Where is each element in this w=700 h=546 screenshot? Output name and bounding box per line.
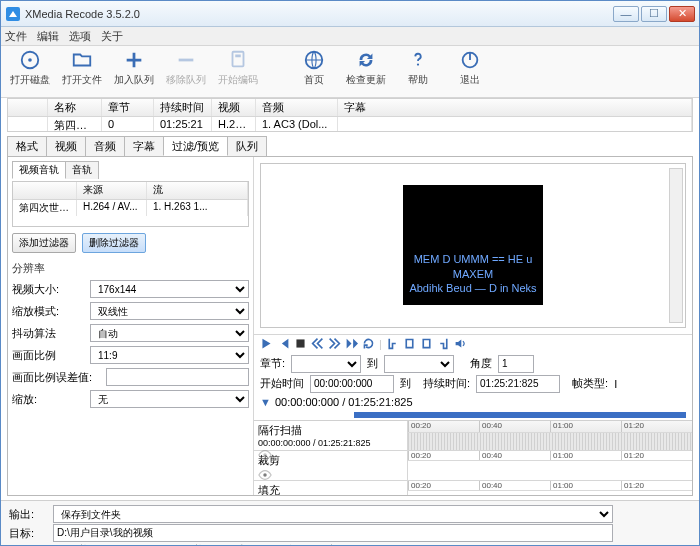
play-icon[interactable] (260, 337, 273, 352)
mini-col-stream[interactable]: 流 (147, 182, 248, 199)
main-tabs: 格式 视频 音频 字幕 过滤/预览 队列 (7, 136, 693, 156)
start-encode-button: 开始编码 (215, 49, 261, 95)
stream-grid[interactable]: 来源 流 第四次世界... H.264 / AV... 1. H.263 1..… (12, 181, 249, 227)
track-crop: 裁剪 00:2000:4001:0001:20 (254, 451, 692, 481)
output-label: 输出: (9, 507, 45, 522)
svg-point-10 (263, 473, 267, 477)
duration-input[interactable] (476, 375, 560, 393)
target-path-input[interactable] (53, 524, 613, 542)
home-button[interactable]: 首页 (291, 49, 337, 95)
start-time-input[interactable] (310, 375, 394, 393)
close-button[interactable]: ✕ (669, 6, 695, 22)
waveform[interactable] (408, 433, 692, 450)
col-chapter[interactable]: 章节 (102, 99, 154, 116)
chapter-to-select[interactable] (384, 355, 454, 373)
table-row[interactable]: 第四次世界... H.264 / AV... 1. H.263 1... (13, 200, 248, 216)
window-title: XMedia Recode 3.5.2.0 (25, 8, 613, 20)
dar-select[interactable]: 11:9 (90, 346, 249, 364)
chapter-label: 章节: (260, 356, 285, 371)
tab-audio[interactable]: 音频 (85, 136, 125, 156)
add-filter-button[interactable]: 添加过滤器 (12, 233, 76, 253)
next-frame-icon[interactable] (328, 337, 341, 352)
video-size-select[interactable]: 176x144 (90, 280, 249, 298)
tab-audio-track[interactable]: 音轨 (65, 161, 99, 179)
target-label: 目标: (9, 526, 45, 541)
resolution-section: 分辨率 (12, 261, 249, 276)
scale-mode-select[interactable]: 双线性 (90, 302, 249, 320)
to-label: 到 (367, 356, 378, 371)
menu-edit[interactable]: 编辑 (37, 29, 59, 44)
dar-error-input[interactable] (106, 368, 249, 386)
menu-about[interactable]: 关于 (101, 29, 123, 44)
range-out-icon[interactable] (420, 337, 433, 352)
remove-queue-button: 移除队列 (163, 49, 209, 95)
svg-point-9 (263, 453, 267, 457)
stop-icon[interactable] (294, 337, 307, 352)
menu-options[interactable]: 选项 (69, 29, 91, 44)
tab-video[interactable]: 视频 (46, 136, 86, 156)
dar-error-label: 画面比例误差值: (12, 370, 102, 385)
svg-rect-3 (233, 51, 244, 66)
col-subtitle[interactable]: 字幕 (338, 99, 692, 116)
svg-point-2 (28, 58, 32, 62)
loop-icon[interactable] (362, 337, 375, 352)
svg-point-6 (417, 63, 419, 65)
tab-video-track[interactable]: 视频音轨 (12, 161, 66, 179)
angle-input[interactable] (498, 355, 534, 373)
tab-format[interactable]: 格式 (7, 136, 47, 156)
step-back-icon[interactable] (277, 337, 290, 352)
mute-icon[interactable] (454, 337, 467, 352)
start-time-label: 开始时间 (260, 376, 304, 391)
add-queue-button[interactable]: 加入队列 (111, 49, 157, 95)
tab-queue[interactable]: 队列 (227, 136, 267, 156)
prev-frame-icon[interactable] (311, 337, 324, 352)
svg-rect-8 (296, 339, 304, 347)
svg-rect-4 (235, 54, 241, 57)
open-file-button[interactable]: 打开文件 (59, 49, 105, 95)
step-play-icon[interactable] (345, 337, 358, 352)
app-icon (5, 6, 21, 22)
video-size-label: 视频大小: (12, 282, 86, 297)
mark-in-icon[interactable] (386, 337, 399, 352)
preview-scrollbar[interactable] (669, 168, 683, 323)
to-label2: 到 (400, 376, 411, 391)
mini-col-source[interactable]: 来源 (77, 182, 147, 199)
maximize-button[interactable]: ☐ (641, 6, 667, 22)
dur-label: 持续时间: (423, 376, 470, 391)
col-duration[interactable]: 持续时间 (154, 99, 212, 116)
track-pad: 填充 00:2000:4001:0001:20 (254, 481, 692, 495)
zoom-select[interactable]: 无 (90, 390, 249, 408)
menu-file[interactable]: 文件 (5, 29, 27, 44)
range-in-icon[interactable] (403, 337, 416, 352)
expand-icon[interactable]: ▼ (260, 396, 271, 408)
check-update-button[interactable]: 检查更新 (343, 49, 389, 95)
table-row[interactable]: 第四次世... 0 01:25:21 H.26... 1. AC3 (Dol..… (8, 117, 692, 132)
remove-filter-button[interactable]: 删除过滤器 (82, 233, 146, 253)
dither-select[interactable]: 自动 (90, 324, 249, 342)
mark-out-icon[interactable] (437, 337, 450, 352)
open-disc-button[interactable]: 打开磁盘 (7, 49, 53, 95)
preview-video: MEM D UMMM == HE u MAXEM Abdihk Beud — D… (403, 185, 543, 305)
track-pad-label: 填充 (258, 483, 403, 495)
file-grid[interactable]: 名称 章节 持续时间 视频 音频 字幕 第四次世... 0 01:25:21 H… (7, 98, 693, 132)
tab-subtitle[interactable]: 字幕 (124, 136, 164, 156)
chapter-from-select[interactable] (291, 355, 361, 373)
tab-filter-preview[interactable]: 过滤/预览 (163, 136, 228, 156)
zoom-label: 缩放: (12, 392, 86, 407)
col-video[interactable]: 视频 (212, 99, 256, 116)
col-audio[interactable]: 音频 (256, 99, 338, 116)
minimize-button[interactable]: — (613, 6, 639, 22)
output-mode-select[interactable]: 保存到文件夹 (53, 505, 613, 523)
exit-button[interactable]: 退出 (447, 49, 493, 95)
scale-mode-label: 缩放模式: (12, 304, 86, 319)
frame-type-label: 帧类型: (572, 376, 608, 391)
angle-label: 角度 (470, 356, 492, 371)
timeline-range[interactable] (354, 412, 686, 419)
track-deinterlace: 隔行扫描 00:00:00:000 / 01:25:21:825 00:2000… (254, 421, 692, 451)
track-deint-time: 00:00:00:000 / 01:25:21:825 (258, 438, 403, 448)
track-crop-label: 裁剪 (258, 453, 403, 468)
help-button[interactable]: 帮助 (395, 49, 441, 95)
track-deint-label: 隔行扫描 (258, 423, 403, 438)
col-name[interactable]: 名称 (48, 99, 102, 116)
dar-label: 画面比例 (12, 348, 86, 363)
